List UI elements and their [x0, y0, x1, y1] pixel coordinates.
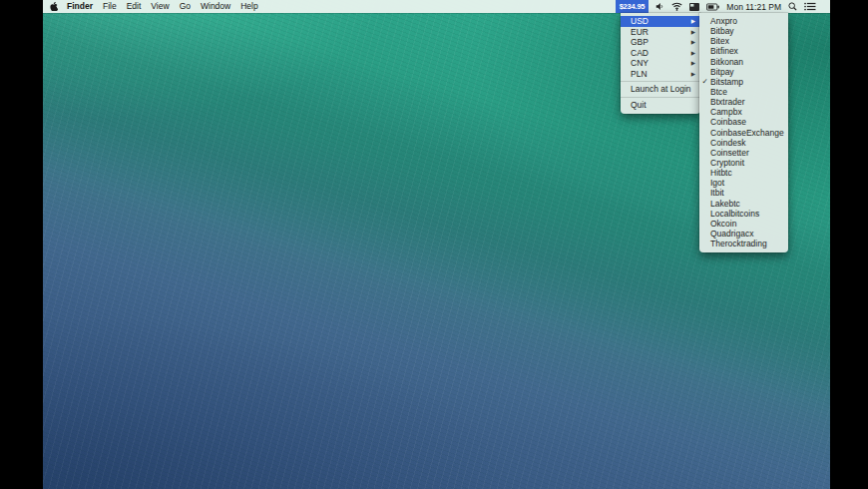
- menu-item-label: USD: [631, 16, 649, 26]
- submenu-item-label: Anxpro: [710, 16, 737, 26]
- submenu-item-label: Campbx: [710, 107, 742, 117]
- menu-item-label: EUR: [631, 27, 649, 37]
- submenu-item-label: Bitex: [710, 36, 729, 46]
- submenu-item-bitpay[interactable]: Bitpay: [699, 67, 788, 77]
- submenu-arrow-icon: ▶: [691, 27, 695, 38]
- menu-item-usd[interactable]: USD ▶: [621, 16, 700, 27]
- menu-item-label: CNY: [631, 58, 649, 68]
- menu-bar: Finder File Edit View Go Window Help $23…: [43, 0, 830, 13]
- menubar-menu-help[interactable]: Help: [235, 0, 262, 13]
- submenu-item-label: CoinbaseExchange: [710, 128, 784, 138]
- menu-item-cad[interactable]: CAD ▶: [621, 48, 700, 59]
- menu-item-eur[interactable]: EUR ▶: [621, 27, 700, 38]
- menu-item-quit[interactable]: Quit: [621, 100, 700, 111]
- submenu-item-label: Lakebtc: [710, 199, 740, 209]
- submenu-item-itbit[interactable]: Itbit: [699, 188, 788, 198]
- submenu-item-quadrigacx[interactable]: Quadrigacx: [699, 229, 788, 239]
- submenu-item-label: Bitkonan: [710, 57, 743, 67]
- submenu-arrow-icon: ▶: [691, 69, 695, 80]
- submenu-item-label: Bitpay: [710, 67, 734, 77]
- submenu-item-label: Quadrigacx: [710, 229, 753, 239]
- menubar-menu-go[interactable]: Go: [175, 0, 196, 13]
- submenu-item-label: Bitfinex: [710, 46, 738, 56]
- menubar-menu-window[interactable]: Window: [196, 0, 235, 13]
- menubar-menu-edit[interactable]: Edit: [122, 0, 147, 13]
- submenu-item-label: Coindesk: [710, 138, 745, 148]
- menu-item-pln[interactable]: PLN ▶: [621, 69, 700, 80]
- submenu-item-bitstamp[interactable]: ✓ Bitstamp: [699, 77, 788, 87]
- submenu-item-label: Localbitcoins: [710, 209, 759, 219]
- menu-item-label: CAD: [631, 48, 649, 58]
- submenu-item-coinbaseexchange[interactable]: CoinbaseExchange: [699, 128, 788, 138]
- submenu-arrow-icon: ▶: [691, 58, 695, 69]
- apple-menu[interactable]: [46, 0, 62, 13]
- spotlight-search-icon[interactable]: [788, 0, 797, 13]
- menubar-clock[interactable]: Mon 11:21 PM: [726, 2, 781, 12]
- submenu-item-label: Therocktrading: [710, 239, 767, 248]
- submenu-item-label: Bitstamp: [710, 77, 743, 87]
- submenu-item-bitkonan[interactable]: Bitkonan: [699, 57, 788, 67]
- volume-icon[interactable]: [655, 0, 664, 13]
- submenu-item-label: Btce: [710, 87, 727, 97]
- submenu-item-coinbase[interactable]: Coinbase: [699, 117, 788, 127]
- submenu-item-label: Coinsetter: [710, 148, 749, 158]
- wifi-icon[interactable]: [671, 0, 682, 13]
- checkmark-icon: ✓: [702, 77, 708, 87]
- menubar-app-menu-finder[interactable]: Finder: [62, 0, 98, 13]
- menubar-status-area: $234.95: [616, 0, 816, 13]
- submenu-arrow-icon: ▶: [691, 37, 695, 48]
- submenu-item-igot[interactable]: Igot: [699, 178, 788, 188]
- apple-logo-icon: [50, 2, 58, 11]
- submenu-item-bitfinex[interactable]: Bitfinex: [699, 46, 788, 56]
- submenu-item-coindesk[interactable]: Coindesk: [699, 138, 788, 148]
- submenu-item-label: Btxtrader: [710, 97, 745, 107]
- bitcoin-ticker-menu-extra[interactable]: $234.95: [616, 0, 650, 13]
- notification-center-icon[interactable]: [804, 0, 816, 13]
- submenu-item-label: Cryptonit: [710, 158, 744, 168]
- menubar-menu-file[interactable]: File: [98, 0, 122, 13]
- submenu-item-lakebtc[interactable]: Lakebtc: [699, 199, 788, 209]
- menu-separator: [621, 97, 700, 98]
- menubar-menu-view[interactable]: View: [146, 0, 174, 13]
- submenu-item-label: Itbit: [710, 188, 724, 198]
- submenu-item-label: Bitbay: [710, 26, 734, 36]
- input-source-icon[interactable]: [689, 0, 699, 13]
- menu-item-label: Quit: [631, 100, 647, 110]
- submenu-item-label: Okcoin: [710, 219, 736, 229]
- submenu-item-coinsetter[interactable]: Coinsetter: [699, 148, 788, 158]
- submenu-item-hitbtc[interactable]: Hitbtc: [699, 168, 788, 178]
- submenu-item-bitex[interactable]: Bitex: [699, 36, 788, 46]
- menu-item-cny[interactable]: CNY ▶: [621, 58, 700, 69]
- submenu-arrow-icon: ▶: [691, 48, 695, 59]
- submenu-item-okcoin[interactable]: Okcoin: [699, 219, 788, 229]
- menu-separator: [621, 81, 700, 82]
- menu-item-label: Launch at Login: [631, 84, 691, 94]
- submenu-item-anxpro[interactable]: Anxpro: [699, 16, 788, 26]
- menu-item-gbp[interactable]: GBP ▶: [621, 37, 700, 48]
- submenu-item-therocktrading[interactable]: Therocktrading: [699, 239, 788, 248]
- submenu-item-label: Coinbase: [710, 117, 746, 127]
- submenu-item-campbx[interactable]: Campbx: [699, 107, 788, 117]
- submenu-item-cryptonit[interactable]: Cryptonit: [699, 158, 788, 168]
- currency-menu: USD ▶ EUR ▶ GBP ▶ CAD ▶ CNY ▶ PLN ▶ Laun…: [621, 13, 700, 114]
- battery-icon[interactable]: [706, 0, 719, 13]
- submenu-item-btce[interactable]: Btce: [699, 87, 788, 97]
- submenu-item-bitbay[interactable]: Bitbay: [699, 26, 788, 36]
- submenu-item-label: Hitbtc: [710, 168, 732, 178]
- submenu-item-btxtrader[interactable]: Btxtrader: [699, 97, 788, 107]
- submenu-item-localbitcoins[interactable]: Localbitcoins: [699, 209, 788, 219]
- menu-item-label: GBP: [631, 37, 649, 47]
- submenu-item-label: Igot: [710, 178, 724, 188]
- menu-item-launch-at-login[interactable]: Launch at Login: [621, 84, 700, 95]
- menu-item-label: PLN: [631, 69, 648, 79]
- submenu-arrow-icon: ▶: [691, 16, 695, 27]
- exchange-submenu: Anxpro Bitbay Bitex Bitfinex Bitkonan Bi…: [699, 13, 788, 252]
